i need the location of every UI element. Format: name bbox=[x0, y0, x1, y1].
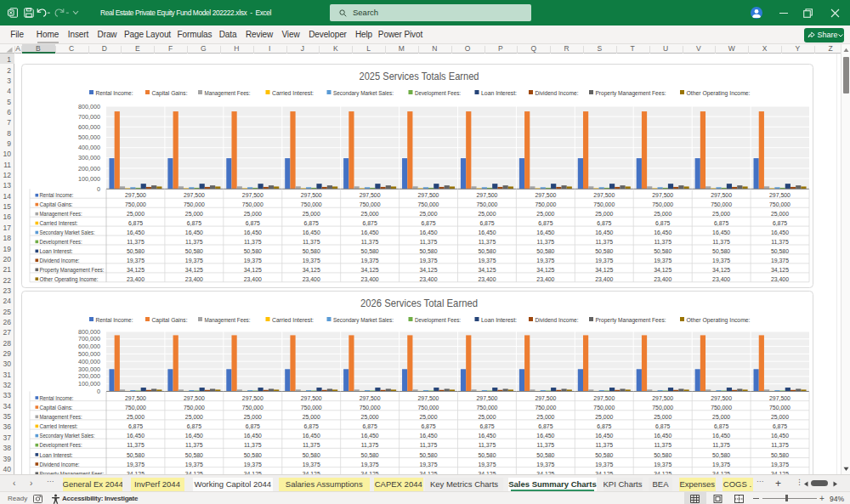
svg-text:23,400: 23,400 bbox=[536, 275, 554, 281]
svg-text:16,450: 16,450 bbox=[244, 433, 262, 439]
svg-text:750,000: 750,000 bbox=[593, 405, 615, 411]
svg-text:11,375: 11,375 bbox=[654, 442, 672, 448]
svg-text:11,375: 11,375 bbox=[244, 239, 262, 245]
svg-text:Management Fees:: Management Fees: bbox=[40, 414, 82, 421]
svg-text:Other Operating Income:: Other Operating Income: bbox=[687, 317, 751, 324]
svg-text:50,580: 50,580 bbox=[595, 452, 613, 458]
svg-text:700,000: 700,000 bbox=[78, 112, 100, 120]
svg-text:25,000: 25,000 bbox=[654, 211, 672, 217]
svg-text:50,580: 50,580 bbox=[654, 248, 672, 254]
svg-text:Other Operating Income:: Other Operating Income: bbox=[40, 275, 99, 282]
svg-text:750,000: 750,000 bbox=[184, 405, 205, 411]
svg-text:200,000: 200,000 bbox=[78, 372, 100, 380]
svg-text:23,400: 23,400 bbox=[712, 275, 730, 281]
svg-text:16,450: 16,450 bbox=[712, 433, 730, 439]
svg-text:50,580: 50,580 bbox=[478, 248, 496, 254]
svg-text:100,000: 100,000 bbox=[78, 174, 100, 182]
svg-text:11,375: 11,375 bbox=[127, 239, 144, 245]
svg-text:19,375: 19,375 bbox=[595, 462, 613, 467]
svg-text:16,450: 16,450 bbox=[419, 433, 437, 439]
svg-text:50,580: 50,580 bbox=[712, 248, 730, 254]
svg-text:11,375: 11,375 bbox=[537, 442, 555, 448]
svg-text:50,580: 50,580 bbox=[771, 452, 789, 458]
svg-text:6,875: 6,875 bbox=[304, 220, 319, 226]
svg-text:50,580: 50,580 bbox=[361, 452, 379, 458]
svg-text:25,000: 25,000 bbox=[595, 414, 613, 420]
svg-text:297,500: 297,500 bbox=[769, 395, 790, 401]
svg-text:Management Fees:: Management Fees: bbox=[40, 211, 82, 218]
svg-text:6,875: 6,875 bbox=[421, 220, 435, 226]
svg-text:297,500: 297,500 bbox=[184, 395, 205, 401]
svg-text:25,000: 25,000 bbox=[185, 211, 203, 217]
svg-text:Dividend Income:: Dividend Income: bbox=[536, 89, 579, 95]
svg-text:11,375: 11,375 bbox=[479, 239, 496, 245]
svg-text:Development Fees:: Development Fees: bbox=[40, 239, 82, 246]
svg-text:6,875: 6,875 bbox=[538, 220, 552, 226]
svg-text:25,000: 25,000 bbox=[127, 414, 144, 420]
svg-text:Management Fees:: Management Fees: bbox=[205, 89, 251, 96]
svg-text:6,875: 6,875 bbox=[362, 423, 377, 429]
svg-text:50,580: 50,580 bbox=[654, 452, 672, 458]
svg-text:16,450: 16,450 bbox=[361, 433, 379, 439]
svg-text:25,000: 25,000 bbox=[771, 211, 789, 217]
svg-text:11,375: 11,375 bbox=[712, 239, 730, 245]
svg-text:800,000: 800,000 bbox=[78, 102, 100, 110]
svg-text:6,875: 6,875 bbox=[773, 220, 787, 226]
svg-text:34,125: 34,125 bbox=[361, 266, 379, 272]
svg-text:50,580: 50,580 bbox=[303, 248, 320, 254]
svg-text:16,450: 16,450 bbox=[712, 229, 730, 235]
svg-text:750,000: 750,000 bbox=[125, 405, 146, 411]
svg-text:23,400: 23,400 bbox=[303, 275, 320, 281]
svg-text:750,000: 750,000 bbox=[184, 201, 205, 207]
svg-text:23,400: 23,400 bbox=[478, 275, 496, 281]
svg-text:19,375: 19,375 bbox=[654, 257, 672, 263]
svg-text:400,000: 400,000 bbox=[78, 358, 100, 365]
svg-text:297,500: 297,500 bbox=[184, 192, 205, 198]
svg-text:34,125: 34,125 bbox=[536, 266, 554, 272]
svg-text:6,875: 6,875 bbox=[714, 423, 728, 429]
svg-text:750,000: 750,000 bbox=[652, 405, 673, 411]
svg-text:50,580: 50,580 bbox=[595, 248, 613, 254]
svg-text:25,000: 25,000 bbox=[595, 211, 613, 217]
svg-text:750,000: 750,000 bbox=[418, 201, 439, 207]
svg-text:750,000: 750,000 bbox=[711, 405, 732, 411]
svg-text:50,580: 50,580 bbox=[361, 248, 379, 254]
svg-text:750,000: 750,000 bbox=[242, 201, 264, 207]
svg-text:16,450: 16,450 bbox=[185, 229, 203, 235]
svg-text:50,580: 50,580 bbox=[185, 248, 203, 254]
svg-text:23,400: 23,400 bbox=[244, 275, 262, 281]
svg-text:34,125: 34,125 bbox=[595, 266, 613, 272]
svg-text:6,875: 6,875 bbox=[479, 220, 494, 226]
svg-text:297,500: 297,500 bbox=[652, 192, 673, 198]
svg-text:800,000: 800,000 bbox=[78, 328, 100, 336]
svg-text:Loan Interest:: Loan Interest: bbox=[40, 452, 73, 458]
svg-text:16,450: 16,450 bbox=[127, 433, 144, 439]
svg-text:34,125: 34,125 bbox=[654, 266, 672, 272]
svg-text:23,400: 23,400 bbox=[771, 275, 789, 281]
svg-text:Development Fees:: Development Fees: bbox=[40, 442, 82, 449]
svg-text:Property Management Fees:: Property Management Fees: bbox=[596, 317, 666, 324]
svg-text:19,375: 19,375 bbox=[244, 257, 262, 263]
svg-text:750,000: 750,000 bbox=[242, 405, 264, 411]
svg-text:25,000: 25,000 bbox=[712, 211, 730, 217]
svg-text:750,000: 750,000 bbox=[593, 201, 615, 207]
svg-text:19,375: 19,375 bbox=[478, 462, 496, 467]
svg-text:16,450: 16,450 bbox=[185, 433, 203, 439]
svg-text:11,375: 11,375 bbox=[771, 239, 789, 245]
svg-text:Capital Gains:: Capital Gains: bbox=[40, 201, 73, 208]
svg-text:297,500: 297,500 bbox=[711, 192, 732, 198]
svg-text:11,375: 11,375 bbox=[771, 442, 789, 448]
svg-text:25,000: 25,000 bbox=[478, 211, 496, 217]
svg-text:50,580: 50,580 bbox=[478, 452, 496, 458]
svg-text:Dividend Income:: Dividend Income: bbox=[40, 462, 80, 467]
svg-text:297,500: 297,500 bbox=[360, 395, 381, 401]
svg-text:50,580: 50,580 bbox=[303, 452, 320, 458]
svg-text:750,000: 750,000 bbox=[360, 405, 381, 411]
svg-text:6,875: 6,875 bbox=[479, 423, 494, 429]
svg-text:16,450: 16,450 bbox=[244, 229, 262, 235]
svg-text:297,500: 297,500 bbox=[301, 395, 322, 401]
svg-text:700,000: 700,000 bbox=[78, 335, 100, 343]
svg-text:19,375: 19,375 bbox=[478, 257, 496, 263]
svg-text:19,375: 19,375 bbox=[361, 462, 379, 467]
svg-text:11,375: 11,375 bbox=[596, 239, 614, 245]
